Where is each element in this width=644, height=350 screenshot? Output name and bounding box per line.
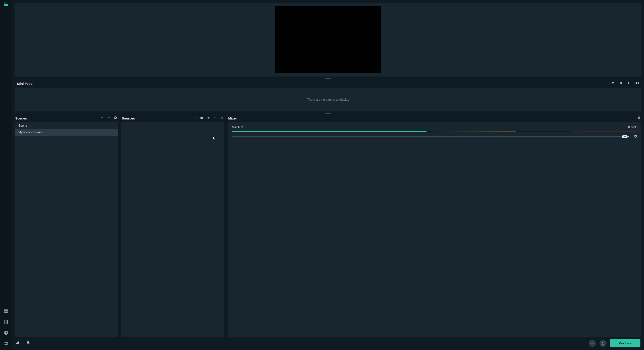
- sources-panel: Sources: [121, 115, 224, 337]
- speaker-icon[interactable]: [635, 81, 639, 86]
- pause-icon[interactable]: [619, 81, 623, 86]
- mixer-channel-level: 0.0 dB: [628, 125, 637, 129]
- svg-rect-4: [4, 312, 6, 313]
- broadcast-icon[interactable]: [193, 116, 197, 120]
- undo-button[interactable]: [600, 340, 607, 347]
- sidebar-bottom: [4, 309, 8, 347]
- meter-red: [572, 131, 637, 132]
- svg-rect-9: [620, 82, 621, 84]
- svg-rect-6: [4, 320, 5, 324]
- preview-canvas[interactable]: [275, 6, 381, 73]
- mixer-slider-row: [232, 134, 637, 139]
- mixer-body: Mic/Aux 0.0 dB: [228, 122, 641, 337]
- mixer-panel: Mixer Mic/Aux 0.0 dB: [228, 115, 641, 337]
- svg-rect-5: [6, 312, 8, 313]
- scenes-body: Scene My Radio Stream: [15, 122, 118, 337]
- scenes-panel: Scenes: [15, 115, 118, 337]
- meter-yellow: [426, 131, 516, 132]
- go-live-button[interactable]: Go Live: [610, 339, 640, 347]
- minifeed-header: Mini Feed: [15, 80, 641, 88]
- sidebar-top: [3, 2, 9, 8]
- scene-list: Scene My Radio Stream: [15, 122, 118, 136]
- grid-icon[interactable]: [4, 309, 8, 315]
- app-root: Mini Feed There are: [0, 0, 644, 350]
- cursor-icon: [212, 136, 216, 140]
- svg-rect-7: [6, 320, 6, 324]
- scenes-settings-button[interactable]: [114, 116, 117, 120]
- mixer-header: Mixer: [228, 115, 641, 122]
- camera-icon[interactable]: [3, 2, 9, 8]
- scenes-header-left[interactable]: Scenes: [15, 116, 31, 120]
- minifeed-controls: [611, 81, 639, 86]
- slider-thumb[interactable]: [622, 135, 628, 138]
- mixer-volume-slider[interactable]: [232, 136, 625, 138]
- preview-area: [15, 3, 641, 76]
- sources-body[interactable]: [121, 122, 224, 337]
- minifeed-body: There are no events to display: [15, 88, 641, 112]
- drag-handle-top[interactable]: [12, 76, 644, 80]
- svg-rect-2: [4, 310, 6, 311]
- help-icon[interactable]: [4, 330, 8, 336]
- record-button[interactable]: REC: [589, 340, 596, 347]
- mixer-channel-row: Mic/Aux 0.0 dB: [232, 125, 637, 129]
- divider: [23, 341, 23, 345]
- footer-left: [16, 341, 30, 346]
- add-scene-button[interactable]: [100, 116, 104, 120]
- minifeed-title: Mini Feed: [17, 82, 32, 86]
- main-area: Mini Feed There are: [12, 0, 644, 350]
- svg-rect-15: [18, 342, 19, 344]
- mixer-channel-name: Mic/Aux: [232, 125, 243, 129]
- scenes-controls: [100, 116, 117, 120]
- mixer-meter: [232, 131, 637, 132]
- sources-title: Sources: [122, 116, 135, 120]
- svg-rect-11: [630, 82, 630, 84]
- chevron-down-icon: [28, 117, 31, 119]
- scenes-title: Scenes: [15, 116, 27, 120]
- add-source-button[interactable]: [207, 116, 210, 120]
- filter-icon[interactable]: [611, 81, 615, 86]
- sources-controls: [193, 116, 224, 120]
- svg-rect-13: [16, 343, 17, 344]
- sources-settings-button[interactable]: [220, 116, 224, 120]
- scene-item[interactable]: My Radio Stream: [15, 129, 118, 136]
- footer-right: REC Go Live: [589, 339, 640, 347]
- footer: REC Go Live: [12, 337, 644, 350]
- svg-rect-8: [7, 320, 8, 324]
- channel-settings-button[interactable]: [634, 134, 637, 139]
- svg-rect-3: [6, 310, 8, 311]
- svg-rect-14: [18, 342, 18, 344]
- stats-icon[interactable]: [16, 341, 20, 346]
- minifeed-empty-text: There are no events to display: [307, 98, 349, 101]
- drag-handle-middle[interactable]: [12, 112, 644, 115]
- sidebar: [0, 0, 12, 350]
- gear-icon[interactable]: [4, 341, 8, 347]
- scenes-header: Scenes: [15, 115, 118, 122]
- bell-icon[interactable]: [26, 341, 30, 346]
- meter-green: [232, 131, 426, 132]
- sources-header: Sources: [121, 115, 224, 122]
- skip-icon[interactable]: [627, 81, 631, 86]
- svg-point-12: [195, 118, 196, 118]
- folder-icon[interactable]: [200, 116, 204, 120]
- svg-rect-10: [622, 82, 622, 84]
- remove-source-button[interactable]: [214, 116, 217, 120]
- scene-item[interactable]: Scene: [15, 122, 118, 129]
- minifeed-panel: Mini Feed There are: [15, 80, 641, 112]
- mixer-title: Mixer: [228, 116, 237, 120]
- svg-point-1: [5, 3, 6, 3]
- svg-point-0: [4, 3, 5, 3]
- speaker-icon[interactable]: [628, 134, 631, 139]
- panels-row: Scenes: [15, 115, 641, 337]
- mixer-settings-button[interactable]: [637, 116, 641, 120]
- bars-icon[interactable]: [4, 320, 8, 326]
- remove-scene-button[interactable]: [107, 116, 110, 120]
